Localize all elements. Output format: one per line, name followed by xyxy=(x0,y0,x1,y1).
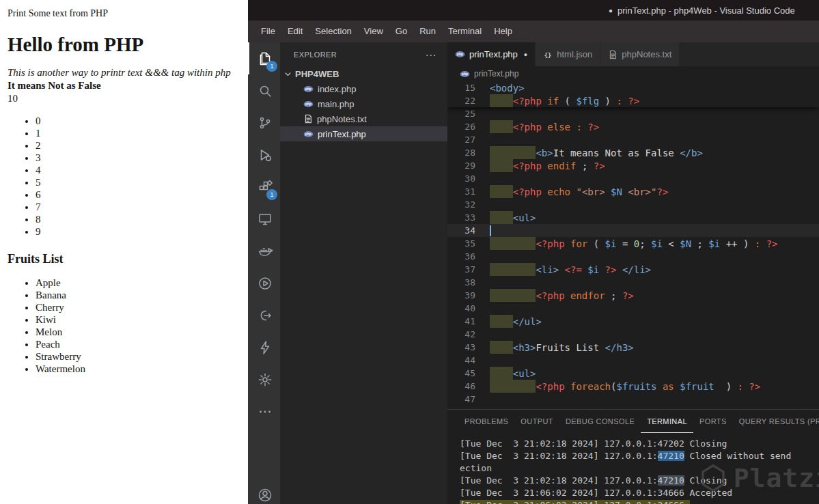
code-line-31[interactable]: 31 <?php echo "<br> $N <br>"?> xyxy=(447,185,819,198)
code-line-29[interactable]: 29 <?php endif ; ?> xyxy=(447,159,819,172)
menu-item-edit[interactable]: Edit xyxy=(281,23,309,40)
line-number: 33 xyxy=(447,212,490,223)
activity-live-share[interactable] xyxy=(248,299,280,331)
code-line-25[interactable]: 25 xyxy=(447,107,819,120)
code-line-22[interactable]: 22 <?php if ( $flg ) : ?> xyxy=(447,94,819,107)
explorer-more-actions-button[interactable]: ··· xyxy=(426,48,436,60)
php-icon: php xyxy=(303,84,314,94)
code-token: <?php xyxy=(513,122,548,132)
file-item-phpnotes-txt[interactable]: phpNotes.txt xyxy=(280,111,447,126)
code-runner-icon xyxy=(257,275,273,292)
activity-gear[interactable] xyxy=(248,363,280,395)
activity-code-runner[interactable] xyxy=(248,267,280,299)
code-line-27[interactable]: 27 xyxy=(447,133,819,146)
breadcrumb[interactable]: php prinText.php xyxy=(447,66,819,81)
indent-highlight xyxy=(490,341,513,354)
list-item: 9 xyxy=(36,225,244,238)
file-name: phpNotes.txt xyxy=(317,114,367,124)
activity-extensions[interactable]: 1 xyxy=(248,171,280,203)
indent-highlight xyxy=(490,94,513,107)
list-item: 7 xyxy=(36,201,244,213)
list-item: Strawberry xyxy=(36,350,244,363)
code-line-36[interactable]: 36 xyxy=(447,250,819,263)
code-token: <?php xyxy=(513,160,548,171)
code-line-43[interactable]: 43 <h3>Fruits List </h3> xyxy=(447,341,819,354)
code-line-38[interactable]: 38 xyxy=(447,276,819,289)
panel-tab-output[interactable]: OUTPUT xyxy=(514,410,559,433)
menu-item-file[interactable]: File xyxy=(255,23,281,40)
menu-item-help[interactable]: Help xyxy=(488,23,518,40)
code-line-30[interactable]: 30 xyxy=(447,172,819,185)
code-line-37[interactable]: 37 <li> <?= $i ?> </li> xyxy=(447,263,819,276)
activity-run-debug[interactable] xyxy=(248,139,280,171)
code-line-39[interactable]: 39 <?php endfor ; ?> xyxy=(447,289,819,302)
code-line-41[interactable]: 41 </ul> xyxy=(447,315,819,328)
activity-source-control[interactable] xyxy=(248,107,280,139)
code-line-45[interactable]: 45 <ul> xyxy=(447,367,819,380)
numbers-list: 0123456789 xyxy=(8,115,244,238)
activity-remote-explorer[interactable] xyxy=(248,203,280,235)
code-line-15[interactable]: 15<body> xyxy=(447,81,819,94)
list-item: 4 xyxy=(36,164,244,176)
activity-explorer[interactable]: 1 xyxy=(248,42,280,74)
panel-tab-problems[interactable]: PROBLEMS xyxy=(458,410,514,433)
code-line-42[interactable]: 42 xyxy=(447,328,819,341)
editor-area: phpprinText.php●{}html.jsonphpNotes.txt … xyxy=(447,42,819,504)
list-item: Peach xyxy=(36,338,244,350)
activity-more[interactable] xyxy=(248,395,280,428)
run-debug-icon xyxy=(257,147,273,163)
code-line-46[interactable]: 46 <?php foreach($fruits as $fruit ) : ?… xyxy=(447,380,819,393)
line-number: 32 xyxy=(447,199,490,210)
code-line-26[interactable]: 26 <?php else : ?> xyxy=(447,120,819,133)
window-titlebar[interactable]: ● prinText.php - php4Web - Visual Studio… xyxy=(248,0,819,20)
code-token: 0 xyxy=(634,238,639,249)
menu-item-run[interactable]: Run xyxy=(413,23,442,40)
code-line-40[interactable]: 40 xyxy=(447,302,819,315)
panel-tab-terminal[interactable]: TERMINAL xyxy=(641,410,693,433)
activity-docker[interactable] xyxy=(248,235,280,267)
code-token: </h3> xyxy=(605,342,634,353)
menu-item-go[interactable]: Go xyxy=(389,23,413,40)
activity-thunder-client[interactable] xyxy=(248,331,280,363)
bottom-panel: PROBLEMSOUTPUTDEBUG CONSOLETERMINALPORTS… xyxy=(447,409,819,504)
folder-php4web[interactable]: PHP4WEB xyxy=(280,66,447,81)
panel-tab-ports[interactable]: PORTS xyxy=(693,410,733,433)
text-file-icon xyxy=(608,50,617,59)
tab-printext-php[interactable]: phpprinText.php● xyxy=(447,42,536,66)
panel-tab-debug-console[interactable]: DEBUG CONSOLE xyxy=(559,410,641,433)
list-item: Apple xyxy=(36,277,244,289)
bold-line: It means Not as False xyxy=(8,80,244,92)
code-token: < xyxy=(663,238,680,249)
code-line-34[interactable]: 34 xyxy=(447,224,819,237)
more-icon xyxy=(257,404,273,420)
file-item-index-php[interactable]: phpindex.php xyxy=(280,81,447,96)
code-line-32[interactable]: 32 xyxy=(447,198,819,211)
indent-highlight xyxy=(490,380,536,393)
tab-phpnotes-txt[interactable]: phpNotes.txt xyxy=(600,42,680,66)
code-token: </li> xyxy=(616,264,651,275)
account-icon xyxy=(257,487,273,503)
menu-item-terminal[interactable]: Terminal xyxy=(442,23,488,40)
terminal[interactable]: [Tue Dec 3 21:02:18 2024] 127.0.0.1:4720… xyxy=(447,433,819,504)
number-line: 10 xyxy=(8,93,244,104)
code-token: if xyxy=(547,96,564,107)
activity-search[interactable] xyxy=(248,74,280,107)
file-item-main-php[interactable]: phpmain.php xyxy=(280,96,447,111)
terminal-text: [Tue Dec 3 21:06:02 2024] 127.0.0.1:3466… xyxy=(460,500,690,504)
indent-highlight xyxy=(490,211,513,224)
panel-tab-query-results-preview[interactable]: QUERY RESULTS (PREVIEW xyxy=(733,410,819,433)
code-token: else xyxy=(547,122,576,132)
activity-account[interactable] xyxy=(248,479,280,504)
code-line-47[interactable]: 47 xyxy=(447,393,819,406)
code-line-35[interactable]: 35 <?php for ( $i = 0; $i < $N ; $i ++ )… xyxy=(447,237,819,250)
code-editor[interactable]: 15<body>22 <?php if ( $flg ) : ?> 2526 <… xyxy=(447,81,819,409)
code-line-44[interactable]: 44 xyxy=(447,354,819,367)
code-token: : xyxy=(755,238,766,249)
menu-item-selection[interactable]: Selection xyxy=(309,23,357,40)
menu-item-view[interactable]: View xyxy=(358,23,389,40)
tab-html-json[interactable]: {}html.json xyxy=(536,42,600,66)
file-item-printext-php[interactable]: phpprinText.php xyxy=(280,126,447,141)
badge: 1 xyxy=(266,61,277,72)
code-line-28[interactable]: 28 <b>It means Not as False </b> xyxy=(447,146,819,159)
code-line-33[interactable]: 33 <ul> xyxy=(447,211,819,224)
